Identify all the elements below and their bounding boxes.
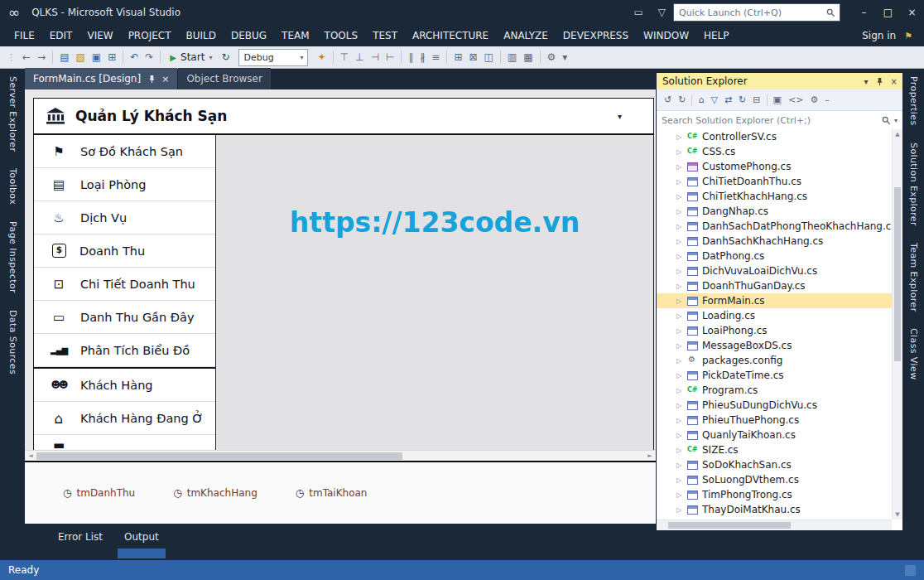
toolbar-icon[interactable]: → <box>34 47 49 67</box>
designer-menu-item[interactable]: ▭ Danh Thu Gần Đây <box>34 301 215 334</box>
side-tab[interactable]: Team Explorer <box>908 243 919 312</box>
expand-arrow-icon[interactable]: ▷ <box>676 417 687 424</box>
maximize-button[interactable]: □ <box>876 0 900 25</box>
expand-arrow-icon[interactable]: ▷ <box>676 372 687 379</box>
toolbar-icon[interactable]: ▾ <box>559 47 570 67</box>
window-position-icon[interactable]: ▾ <box>864 77 869 86</box>
tree-item[interactable]: ▷ DichVuvaLoaiDichVu.cs <box>657 263 892 278</box>
side-tab[interactable]: Server Explorer <box>7 76 18 152</box>
notification-flag-icon[interactable]: ⚑ <box>904 31 912 41</box>
toolbar-icon[interactable]: ▦ <box>520 47 536 67</box>
tree-item[interactable]: ▷ ChiTietDoanhThu.cs <box>657 174 892 189</box>
scrollbar-thumb[interactable] <box>36 452 402 460</box>
restart-icon[interactable]: ↻ <box>218 51 233 63</box>
designer-menu-item[interactable]: ⚑ Sơ Đồ Khách Sạn <box>34 135 215 168</box>
close-tab-icon[interactable]: × <box>161 74 169 85</box>
bottom-panel-tab[interactable]: Error List <box>50 529 111 545</box>
toolbar-icon[interactable] <box>333 51 334 64</box>
side-tab[interactable]: Properties <box>908 76 919 126</box>
tree-item[interactable]: ▷ DangNhap.cs <box>657 204 892 219</box>
tree-item[interactable]: ▷ SoLuongDVthem.cs <box>657 472 892 487</box>
toolbar-icon[interactable] <box>446 51 447 64</box>
feedback-icon[interactable]: ▭ <box>633 7 642 18</box>
se-toolbar-icon[interactable] <box>767 94 768 106</box>
tree-item[interactable]: ▷ Loading.cs <box>657 308 892 323</box>
toolbar-icon[interactable]: ∥ <box>405 47 416 67</box>
toolbar-icon[interactable] <box>401 51 402 64</box>
chevron-down-icon[interactable]: ▾ <box>618 112 622 121</box>
menu-item[interactable]: DEVEXPRESS <box>556 30 636 41</box>
tree-item[interactable]: ▷ PickDateTime.cs <box>657 368 892 383</box>
toolbar-icon[interactable]: ⊠ <box>465 47 480 67</box>
toolbar-grip-icon[interactable]: ⋮ <box>7 52 16 63</box>
se-toolbar-icon[interactable]: ↻ <box>735 90 749 110</box>
designer-menu-item[interactable]: ⊡ Chi Tiết Doanh Thu <box>34 268 215 301</box>
tree-item[interactable]: ▷ DanhSachKhachHang.cs <box>657 234 892 249</box>
se-search-input[interactable] <box>657 115 882 126</box>
se-toolbar-icon[interactable]: <> <box>785 90 806 110</box>
toolbar-icon[interactable]: ⊤ <box>337 47 352 67</box>
toolbar-icon[interactable]: ↷ <box>142 47 156 67</box>
tree-item[interactable]: ▷ ControllerSV.cs <box>657 129 892 144</box>
designer-menu-item[interactable]: ⌂ Khách Hàng Đang Ở <box>34 402 215 435</box>
designer-menu-item[interactable]: ☻☻ Khách Hàng <box>34 367 215 402</box>
tree-item[interactable]: ▷ FormMain.cs <box>657 293 892 308</box>
designer-horizontal-scrollbar[interactable]: ◄ ► <box>25 450 656 461</box>
designer-menu-item[interactable]: ♨ Dịch Vụ <box>34 201 215 234</box>
designer-menu-item[interactable]: ▤ Loại Phòng <box>34 168 215 201</box>
scroll-up-icon[interactable]: ▲ <box>893 131 902 138</box>
tree-item[interactable]: ▷ PhieuSuDungDichVu.cs <box>657 398 892 413</box>
side-tab[interactable]: Class View <box>908 328 919 380</box>
se-toolbar-icon[interactable]: ↺ <box>661 90 675 110</box>
scrollbar-thumb[interactable] <box>894 187 901 361</box>
expand-arrow-icon[interactable]: ▷ <box>676 133 687 141</box>
side-tab[interactable]: Solution Explorer <box>908 143 919 226</box>
side-tab[interactable]: Toolbox <box>7 168 18 205</box>
designer-menu-item[interactable]: ▂▄▆ Phân Tích Biểu Đồ <box>34 334 215 367</box>
expand-arrow-icon[interactable]: ▷ <box>676 297 687 305</box>
tree-item[interactable]: ▷ PhieuThuePhong.cs <box>657 413 892 428</box>
toolbar-icon[interactable]: ⊞ <box>104 47 119 67</box>
se-toolbar-icon[interactable]: ▣ <box>770 90 785 110</box>
expand-arrow-icon[interactable]: ▷ <box>676 342 687 350</box>
toolbar-icon[interactable] <box>160 51 161 64</box>
start-debug-button[interactable]: ▶ Start ▾ <box>164 51 218 63</box>
tree-item[interactable]: ▷ DoanhThuGanDay.cs <box>657 278 892 293</box>
close-icon[interactable]: × <box>891 77 898 86</box>
tree-item[interactable]: ▷ ChiTietKhachHang.cs <box>657 189 892 204</box>
minimize-button[interactable]: – <box>852 0 876 25</box>
menu-item[interactable]: HELP <box>696 30 737 41</box>
menu-item[interactable]: TEAM <box>274 30 316 41</box>
menu-item[interactable]: WINDOW <box>636 30 696 41</box>
designer-menu-item[interactable]: ▬ <box>34 435 215 448</box>
toolbar-icon[interactable] <box>540 51 541 64</box>
expand-arrow-icon[interactable]: ▷ <box>676 447 687 454</box>
menu-item[interactable]: EDIT <box>42 30 80 41</box>
bottom-panel-tab[interactable]: Output <box>116 529 167 545</box>
toolbar-icon[interactable]: ≡ <box>428 47 443 67</box>
se-toolbar-icon[interactable]: ↻ <box>675 90 689 110</box>
expand-arrow-icon[interactable]: ▷ <box>676 462 687 469</box>
toolbar-icon[interactable]: ⊥ <box>352 47 367 67</box>
se-toolbar-icon[interactable]: ▽ <box>707 90 720 110</box>
pin-icon[interactable] <box>148 75 156 84</box>
menu-item[interactable]: TEST <box>365 30 405 41</box>
se-toolbar-icon[interactable]: ⚙ <box>806 90 821 110</box>
toolbar-icon[interactable]: ⚙ <box>544 47 560 67</box>
expand-arrow-icon[interactable]: ▷ <box>676 193 687 201</box>
search-icon[interactable] <box>882 116 891 125</box>
expand-arrow-icon[interactable]: ▷ <box>676 238 687 245</box>
se-toolbar-icon[interactable]: ⊟ <box>749 90 763 110</box>
expand-arrow-icon[interactable]: ▷ <box>676 253 687 260</box>
quick-launch-input[interactable] <box>674 7 826 18</box>
tree-item[interactable]: ▷ SoDoKhachSan.cs <box>657 457 892 472</box>
toolbar-icon[interactable]: ↶ <box>127 47 142 67</box>
scroll-down-icon[interactable]: ▼ <box>893 511 902 518</box>
expand-arrow-icon[interactable]: ▷ <box>676 208 687 215</box>
close-button[interactable]: × <box>900 0 924 25</box>
tree-item[interactable]: ▷ DanhSachDatPhongTheoKhachHang.cs <box>657 219 892 234</box>
designer-menu-item[interactable]: $ Doanh Thu <box>34 234 215 268</box>
toolbar-icon[interactable] <box>123 51 123 64</box>
document-tab[interactable]: FormMain.cs [Design] × <box>25 68 177 89</box>
toolbar-icon[interactable]: ⊞ <box>450 47 465 67</box>
